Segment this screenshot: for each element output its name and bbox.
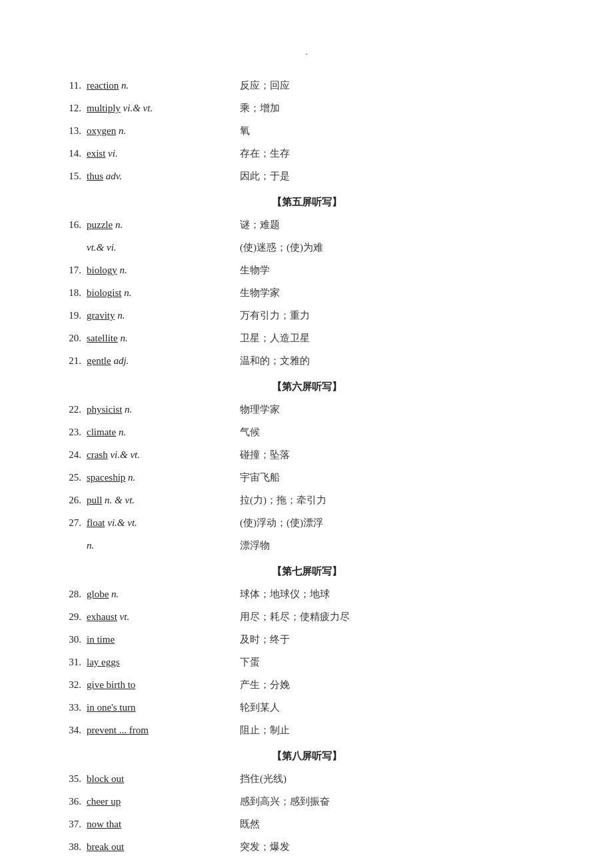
vocab-list: 22.physicist n.物理学家23.climate n.气候24.cra… bbox=[53, 401, 560, 553]
word-meaning: 拉(力)；拖；牵引力 bbox=[240, 492, 326, 508]
list-item: 31.lay eggs下蛋 bbox=[53, 654, 560, 670]
word-meaning: 卫星；人造卫星 bbox=[240, 330, 310, 346]
part-of-speech: adv. bbox=[103, 171, 122, 181]
part-of-speech: adj. bbox=[111, 355, 129, 366]
list-item: 29.exhaust vt.用尽；耗尽；使精疲力尽 bbox=[53, 609, 560, 625]
item-number: 18. bbox=[53, 285, 87, 301]
part-of-speech: n. bbox=[122, 287, 132, 298]
part-of-speech: vi.& vt. bbox=[121, 103, 153, 113]
item-number: 16. bbox=[53, 217, 87, 233]
word-col: lay eggs bbox=[87, 654, 240, 670]
word-meaning: 下蛋 bbox=[240, 654, 260, 670]
list-item: 26.pull n. & vt.拉(力)；拖；牵引力 bbox=[53, 492, 560, 508]
item-number: 26. bbox=[53, 492, 87, 508]
word-meaning: 阻止；制止 bbox=[240, 722, 290, 738]
main-content: 11.reaction n.反应；回应12.multiply vi.& vt.乘… bbox=[53, 77, 560, 855]
word-term: gravity bbox=[87, 310, 115, 321]
word-col: exhaust vt. bbox=[87, 609, 240, 625]
word-col: spaceship n. bbox=[87, 469, 240, 485]
word-meaning: 万有引力；重力 bbox=[240, 307, 310, 323]
word-term: crash bbox=[87, 449, 108, 460]
word-col: now that bbox=[87, 816, 240, 832]
word-term: thus bbox=[87, 171, 103, 181]
list-item: 25.spaceship n.宇宙飞船 bbox=[53, 469, 560, 485]
sub-word-meaning: (使)迷惑；(使)为难 bbox=[240, 239, 323, 255]
word-term: in time bbox=[87, 634, 115, 645]
item-number: 13. bbox=[53, 123, 87, 139]
word-meaning: 轮到某人 bbox=[240, 699, 280, 715]
word-term: break out bbox=[87, 841, 124, 852]
item-number: 21. bbox=[53, 353, 87, 369]
item-number: 22. bbox=[53, 401, 87, 417]
word-term: in one's turn bbox=[87, 702, 136, 713]
dot-top: . bbox=[53, 47, 560, 57]
word-meaning: 及时；终于 bbox=[240, 631, 290, 647]
word-term: reaction bbox=[87, 80, 119, 91]
part-of-speech: n. bbox=[115, 310, 125, 321]
list-item: 35.block out挡住(光线) bbox=[53, 771, 560, 787]
list-item: 19.gravity n.万有引力；重力 bbox=[53, 307, 560, 323]
word-col: globe n. bbox=[87, 586, 240, 602]
list-item: 27.float vi.& vt.(使)浮动；(使)漂浮 bbox=[53, 515, 560, 531]
item-number: 29. bbox=[53, 609, 87, 625]
item-number: 36. bbox=[53, 793, 87, 809]
word-col: physicist n. bbox=[87, 401, 240, 417]
word-meaning: 球体；地球仪；地球 bbox=[240, 586, 330, 602]
list-item: 14.exist vi.存在；生存 bbox=[53, 145, 560, 161]
sub-part-of-speech: vt.& vi. bbox=[87, 242, 117, 253]
part-of-speech: n. bbox=[116, 427, 126, 437]
word-term: exist bbox=[87, 148, 105, 159]
part-of-speech: n. bbox=[116, 125, 126, 136]
list-item: 11.reaction n.反应；回应 bbox=[53, 77, 560, 93]
sub-word-col: n. bbox=[87, 537, 240, 553]
word-meaning: 既然 bbox=[240, 816, 260, 832]
word-meaning: 乘；增加 bbox=[240, 100, 280, 116]
word-col: thus adv. bbox=[87, 168, 240, 184]
list-item: 22.physicist n.物理学家 bbox=[53, 401, 560, 417]
word-col: break out bbox=[87, 839, 240, 855]
part-of-speech: n. bbox=[109, 589, 119, 599]
word-meaning: 物理学家 bbox=[240, 401, 280, 417]
word-term: cheer up bbox=[87, 796, 121, 807]
list-item: 28.globe n.球体；地球仪；地球 bbox=[53, 586, 560, 602]
item-number: 27. bbox=[53, 515, 87, 531]
item-number: 34. bbox=[53, 722, 87, 738]
list-item: 34.prevent ... from阻止；制止 bbox=[53, 722, 560, 738]
part-of-speech: n. bbox=[119, 80, 129, 91]
word-col: biologist n. bbox=[87, 285, 240, 301]
list-item: 32.give birth to产生；分娩 bbox=[53, 677, 560, 693]
list-sub-item: n.漂浮物 bbox=[53, 537, 560, 553]
word-col: give birth to bbox=[87, 677, 240, 693]
list-item: 33.in one's turn轮到某人 bbox=[53, 699, 560, 715]
word-term: biology bbox=[87, 265, 117, 275]
word-meaning: 用尽；耗尽；使精疲力尽 bbox=[240, 609, 350, 625]
item-number: 23. bbox=[53, 424, 87, 440]
part-of-speech: vi.& vt. bbox=[108, 449, 140, 460]
word-col: in one's turn bbox=[87, 699, 240, 715]
word-term: gentle bbox=[87, 355, 111, 366]
word-term: block out bbox=[87, 773, 124, 784]
vocab-list: 16.puzzle n.谜；难题vt.& vi.(使)迷惑；(使)为难17.bi… bbox=[53, 217, 560, 369]
list-item: 13.oxygen n.氧 bbox=[53, 123, 560, 139]
word-col: biology n. bbox=[87, 262, 240, 278]
part-of-speech: n. bbox=[117, 265, 127, 275]
word-col: gentle adj. bbox=[87, 353, 240, 369]
list-item: 21.gentle adj.温和的；文雅的 bbox=[53, 353, 560, 369]
part-of-speech: n. bbox=[118, 333, 128, 343]
section-header: 【第八屏听写】 bbox=[53, 750, 560, 763]
word-col: exist vi. bbox=[87, 145, 240, 161]
word-term: float bbox=[87, 517, 105, 528]
word-term: pull bbox=[87, 495, 102, 505]
word-term: biologist bbox=[87, 287, 122, 298]
item-number: 35. bbox=[53, 771, 87, 787]
word-col: crash vi.& vt. bbox=[87, 447, 240, 463]
section-header: 【第六屏听写】 bbox=[53, 381, 560, 393]
word-meaning: 感到高兴；感到振奋 bbox=[240, 793, 330, 809]
word-meaning: 生物学家 bbox=[240, 285, 280, 301]
item-number: 19. bbox=[53, 307, 87, 323]
word-meaning: 存在；生存 bbox=[240, 145, 290, 161]
word-term: physicist bbox=[87, 404, 122, 415]
word-term: satellite bbox=[87, 333, 118, 343]
item-number: 24. bbox=[53, 447, 87, 463]
item-number: 33. bbox=[53, 699, 87, 715]
